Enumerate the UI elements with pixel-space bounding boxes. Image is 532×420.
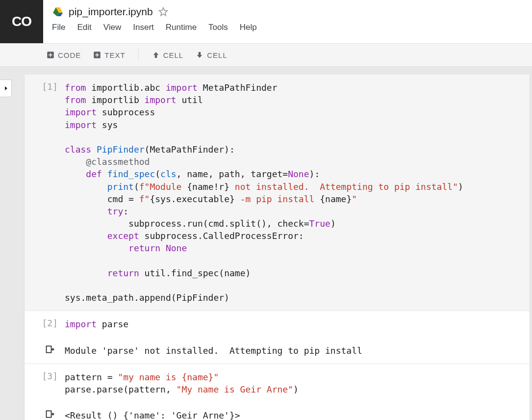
header: CO pip_importer.ipynb File Edit View Ins… xyxy=(0,0,532,43)
title-row: pip_importer.ipynb xyxy=(52,6,523,18)
menu-insert[interactable]: Insert xyxy=(133,23,154,32)
code-editor[interactable]: pattern = "my name is {name}" parse.pars… xyxy=(58,371,521,395)
svg-rect-6 xyxy=(50,53,51,57)
add-code-label: CODE xyxy=(58,51,81,59)
sidebar-toggle[interactable] xyxy=(0,79,12,97)
svg-rect-10 xyxy=(47,346,51,352)
code-cell[interactable]: [3] pattern = "my name is {name}" parse.… xyxy=(25,364,530,402)
output-indicator[interactable] xyxy=(33,344,58,356)
code-cell[interactable]: [1] from importlib.abc import MetaPathFi… xyxy=(25,75,530,311)
cell-prompt: [2] xyxy=(33,318,58,328)
code-editor[interactable]: from importlib.abc import MetaPathFinder… xyxy=(58,81,521,304)
menu-file[interactable]: File xyxy=(52,23,65,32)
add-code-button[interactable]: CODE xyxy=(43,49,84,61)
menu-edit[interactable]: Edit xyxy=(77,23,91,32)
cell-output: Module 'parse' not installed. Attempting… xyxy=(25,338,530,364)
code-cell[interactable]: [2] import parse xyxy=(25,311,530,337)
move-cell-up-button[interactable]: CELL xyxy=(149,49,187,61)
drive-icon xyxy=(52,6,64,18)
output-icon xyxy=(45,409,55,419)
chevron-right-icon xyxy=(3,85,9,91)
menu-view[interactable]: View xyxy=(103,23,122,32)
colab-logo: CO xyxy=(0,0,43,43)
cell-down-label: CELL xyxy=(207,51,228,59)
document-title[interactable]: pip_importer.ipynb xyxy=(69,6,153,18)
output-text: <Result () {'name': 'Geir Arne'}> xyxy=(58,409,521,420)
arrow-down-icon xyxy=(195,51,204,59)
star-icon[interactable] xyxy=(158,6,169,17)
logo-text: CO xyxy=(12,14,31,29)
cell-up-label: CELL xyxy=(163,51,184,59)
output-text: Module 'parse' not installed. Attempting… xyxy=(58,344,521,357)
arrow-up-icon xyxy=(152,51,160,59)
menubar: File Edit View Insert Runtime Tools Help xyxy=(52,23,523,32)
toolbar-separator xyxy=(138,49,139,61)
plus-icon xyxy=(93,51,101,59)
header-main: pip_importer.ipynb File Edit View Insert… xyxy=(43,0,532,43)
move-cell-down-button[interactable]: CELL xyxy=(192,49,230,61)
menu-runtime[interactable]: Runtime xyxy=(166,23,197,32)
content: [1] from importlib.abc import MetaPathFi… xyxy=(0,67,532,420)
plus-icon xyxy=(46,51,55,59)
svg-rect-11 xyxy=(47,411,51,417)
output-icon xyxy=(45,344,55,354)
menu-help[interactable]: Help xyxy=(240,23,257,32)
code-editor[interactable]: import parse xyxy=(58,318,521,330)
toolbar: CODE TEXT CELL CELL xyxy=(0,43,532,67)
cell-output: <Result () {'name': 'Geir Arne'}> xyxy=(25,402,530,420)
svg-marker-3 xyxy=(159,8,167,16)
notebook: [1] from importlib.abc import MetaPathFi… xyxy=(25,75,530,420)
cell-prompt: [1] xyxy=(33,81,58,92)
svg-rect-9 xyxy=(97,53,98,57)
add-text-label: TEXT xyxy=(104,51,125,59)
add-text-button[interactable]: TEXT xyxy=(90,49,128,61)
menu-tools[interactable]: Tools xyxy=(208,23,228,32)
cell-prompt: [3] xyxy=(33,371,58,381)
output-indicator[interactable] xyxy=(33,409,58,420)
